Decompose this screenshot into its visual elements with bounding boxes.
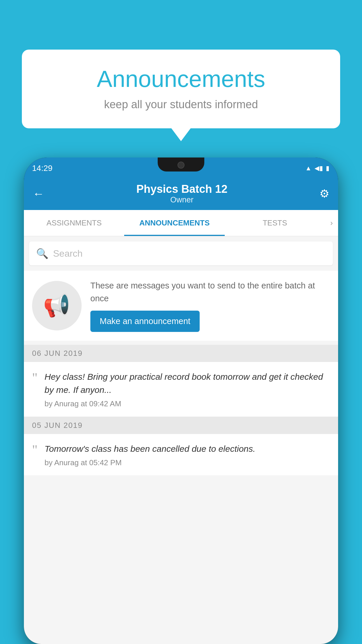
content-area: 🔍 Search 📢 These are messages you want t… [24,236,338,644]
tab-announcements[interactable]: ANNOUNCEMENTS [124,210,224,236]
front-camera [178,162,184,169]
speech-bubble: Announcements keep all your students inf… [22,50,340,128]
make-announcement-button[interactable]: Make an announcement [90,311,200,332]
phone-notch [158,158,204,172]
announcement-right: These are messages you want to send to t… [90,279,330,332]
announcement-prompt: 📢 These are messages you want to send to… [24,271,338,341]
battery-icon: ▮ [326,164,329,172]
app-bar-center: Physics Batch 12 Owner [136,183,228,204]
tab-more[interactable]: › [325,218,338,228]
announcement-item-2[interactable]: " Tomorrow's class has been cancelled du… [24,434,338,476]
signal-icon: ◀▮ [314,164,323,172]
announcement-message-2: Tomorrow's class has been cancelled due … [45,442,330,455]
bubble-title: Announcements [39,66,323,92]
date-separator-2: 05 JUN 2019 [24,417,338,434]
search-bar[interactable]: 🔍 Search [29,242,333,265]
announcement-item-1[interactable]: " Hey class! Bring your practical record… [24,362,338,417]
search-icon: 🔍 [36,248,48,259]
settings-button[interactable]: ⚙ [319,187,329,200]
app-bar-subtitle: Owner [136,195,228,204]
announcement-meta-2: by Anurag at 05:42 PM [45,458,330,467]
tab-bar: ASSIGNMENTS ANNOUNCEMENTS TESTS › [24,210,338,236]
phone-mockup: 14:29 ▲ ◀▮ ▮ ← Physics Batch 12 Owner ⚙ … [24,158,338,644]
megaphone-icon: 📢 [43,293,71,318]
tab-assignments[interactable]: ASSIGNMENTS [24,210,124,236]
tab-tests[interactable]: TESTS [225,210,325,236]
quote-icon-2: " [32,443,38,457]
announcement-text-2: Tomorrow's class has been cancelled due … [45,442,330,467]
app-bar-title: Physics Batch 12 [136,183,228,195]
quote-icon-1: " [32,371,38,385]
announcement-text-1: Hey class! Bring your practical record b… [45,370,330,408]
announcement-description: These are messages you want to send to t… [90,279,330,305]
announcement-message-1: Hey class! Bring your practical record b… [45,370,330,396]
wifi-icon: ▲ [305,164,312,172]
status-time: 14:29 [32,164,52,173]
bubble-subtitle: keep all your students informed [39,98,323,111]
date-separator-1: 06 JUN 2019 [24,345,338,362]
app-bar: ← Physics Batch 12 Owner ⚙ [24,177,338,210]
search-placeholder: Search [53,248,82,259]
announcement-meta-1: by Anurag at 09:42 AM [45,399,330,408]
back-button[interactable]: ← [33,187,44,200]
announcement-icon-circle: 📢 [32,281,82,330]
status-icons: ▲ ◀▮ ▮ [305,164,329,172]
